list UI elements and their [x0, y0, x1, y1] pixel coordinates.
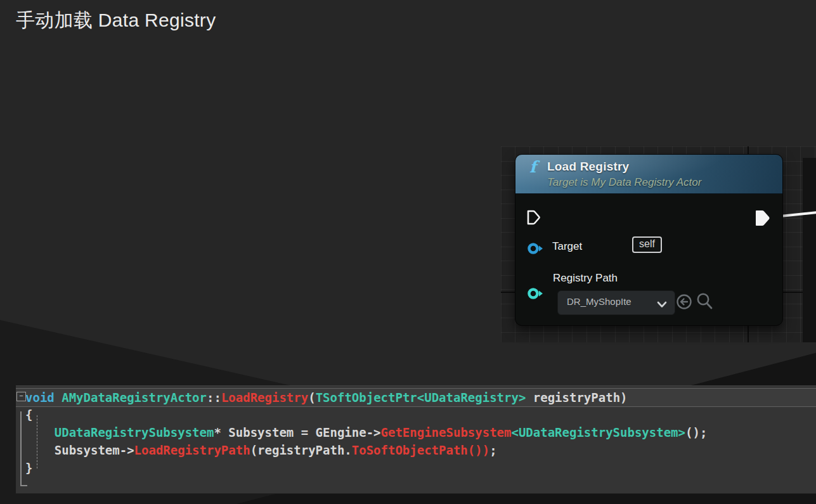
adjacent-node-edge: [803, 158, 816, 342]
code-line: {: [16, 406, 816, 423]
registry-path-pin-icon[interactable]: [527, 287, 545, 302]
code-line: void AMyDataRegistryActor::LoadRegistry(…: [16, 388, 816, 407]
code-fold-marker[interactable]: −: [16, 392, 26, 401]
registry-path-label: Registry Path: [553, 272, 618, 285]
page-title: 手动加载 Data Registry: [16, 8, 216, 34]
registry-path-dropdown[interactable]: DR_MyShopIte: [557, 290, 675, 315]
target-pin-icon[interactable]: [527, 242, 545, 257]
exec-output-pin-icon[interactable]: [754, 209, 771, 229]
registry-path-dropdown-value: DR_MyShopIte: [567, 296, 631, 307]
target-pin-label: Target: [552, 240, 582, 253]
code-line: UDataRegistrySubsystem* Subsystem = GEng…: [16, 423, 816, 441]
chevron-down-icon[interactable]: [657, 299, 667, 311]
target-self-value[interactable]: self: [632, 236, 662, 253]
load-registry-node[interactable]: f Load Registry Target is My Data Regist…: [515, 154, 783, 326]
code-line: }: [16, 459, 816, 477]
browse-back-icon[interactable]: [675, 293, 693, 313]
exec-input-pin-icon[interactable]: [526, 209, 541, 228]
function-icon: f: [529, 158, 536, 176]
node-subtitle: Target is My Data Registry Actor: [547, 176, 701, 189]
search-icon[interactable]: [695, 292, 714, 313]
code-line: Subsystem->LoadRegistryPath(registryPath…: [16, 441, 816, 459]
node-header[interactable]: f Load Registry Target is My Data Regist…: [515, 155, 782, 194]
node-title: Load Registry: [547, 160, 629, 174]
slide: 手动加载 Data Registry f Load Registry Targe…: [0, 0, 816, 504]
code-editor-panel: − void AMyDataRegistryActor::LoadRegistr…: [16, 385, 816, 494]
